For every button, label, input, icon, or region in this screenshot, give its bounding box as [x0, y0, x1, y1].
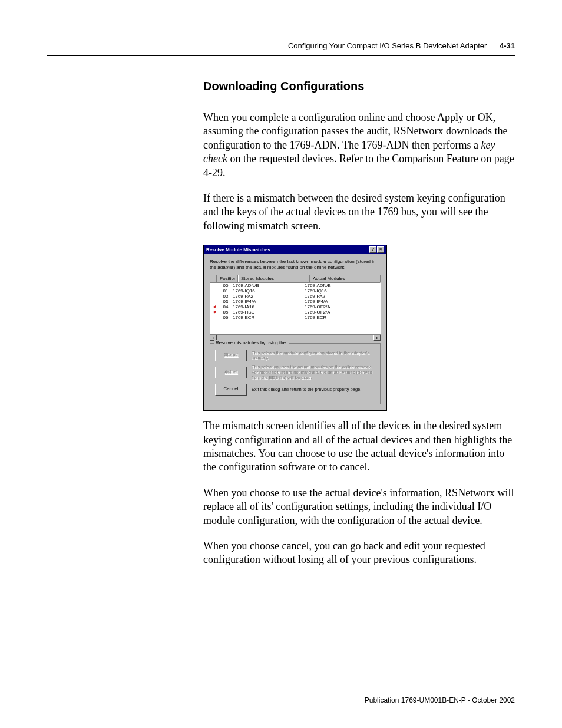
- section-heading: Downloading Configurations: [203, 80, 515, 93]
- cell-actual: 1769-IF4/A: [305, 299, 379, 304]
- cell-position: 06: [219, 315, 233, 320]
- para1-part-b: on the requested devices. Refer to the C…: [203, 153, 514, 178]
- help-icon[interactable]: ?: [369, 246, 376, 253]
- actual-desc: This selection uses the actual modules o…: [252, 365, 375, 380]
- cell-position: 04: [219, 304, 233, 309]
- cell-position: 01: [219, 288, 233, 294]
- scroll-right-icon[interactable]: ▸: [373, 335, 381, 341]
- body-para-2: If there is a mismatch between the desir…: [203, 192, 515, 233]
- col-stored: Stored Modules: [238, 275, 310, 282]
- cell-stored: 1769-HSC: [233, 309, 305, 315]
- body-para-3: The mismatch screen identifies all of th…: [203, 419, 515, 475]
- mismatch-mark: [211, 294, 219, 299]
- mismatch-mark: ≠: [211, 304, 219, 309]
- stored-button[interactable]: Stored: [215, 350, 247, 361]
- mismatch-mark: ≠: [211, 309, 219, 315]
- dialog-titlebar: Resolve Module Mismatches ? ×: [204, 245, 386, 254]
- cell-position: 05: [219, 309, 233, 315]
- cell-stored: 1769-IA16: [233, 304, 305, 309]
- module-table: Position Stored Modules Actual Modules 0…: [210, 275, 381, 341]
- cell-actual: 1769-PA2: [305, 294, 379, 299]
- dialog-intro: Resolve the differences between the last…: [210, 259, 381, 270]
- body-para-4: When you choose to use the actual device…: [203, 486, 515, 528]
- body-para-1: When you complete a configuration online…: [203, 111, 515, 180]
- mismatch-mark: [211, 299, 219, 304]
- cell-actual: 1769-OF2/A: [305, 309, 379, 315]
- table-row: 001769-ADN/B1769-ADN/B: [210, 283, 380, 288]
- cell-stored: 1769-PA2: [233, 294, 305, 299]
- cancel-desc: Exit this dialog and return to the previ…: [252, 387, 375, 393]
- page-number: 4-31: [500, 41, 515, 50]
- cell-actual: 1769-IQ16: [305, 288, 379, 294]
- cell-position: 03: [219, 299, 233, 304]
- group-label: Resolve mismatches by using the:: [214, 340, 289, 345]
- mismatch-mark: [211, 315, 219, 320]
- col-mark: [210, 275, 217, 282]
- dialog-title: Resolve Module Mismatches: [206, 247, 270, 252]
- resolve-group: Resolve mismatches by using the: Stored …: [210, 343, 381, 404]
- mismatch-mark: [211, 283, 219, 288]
- col-actual: Actual Modules: [310, 275, 381, 282]
- mismatch-dialog: Resolve Module Mismatches ? × Resolve th…: [203, 245, 387, 411]
- para1-part-a: When you complete a configuration online…: [203, 111, 507, 151]
- col-position: Position: [217, 275, 238, 282]
- body-para-5: When you choose cancel, you can go back …: [203, 539, 515, 567]
- running-header: Configuring Your Compact I/O Series B De…: [47, 41, 515, 50]
- actual-button[interactable]: Actual: [215, 367, 247, 378]
- table-row: 031769-IF4/A1769-IF4/A: [210, 299, 380, 304]
- cell-position: 02: [219, 294, 233, 299]
- cell-actual: 1769-ECR: [305, 315, 379, 320]
- table-row: ≠051769-HSC1769-OF2/A: [210, 309, 380, 315]
- close-icon[interactable]: ×: [377, 246, 384, 253]
- cell-position: 00: [219, 283, 233, 288]
- cell-stored: 1769-ADN/B: [233, 283, 305, 288]
- cell-actual: 1769-ADN/B: [305, 283, 379, 288]
- footer-publication: Publication 1769-UM001B-EN-P - October 2…: [365, 696, 515, 704]
- cell-stored: 1769-ECR: [233, 315, 305, 320]
- header-rule: [47, 55, 515, 56]
- cell-actual: 1769-OF2/A: [305, 304, 379, 309]
- stored-desc: This selects the module configuration st…: [252, 351, 375, 361]
- table-row: 021769-PA21769-PA2: [210, 294, 380, 299]
- header-text: Configuring Your Compact I/O Series B De…: [288, 41, 487, 50]
- cell-stored: 1769-IF4/A: [233, 299, 305, 304]
- cancel-button[interactable]: Cancel: [215, 384, 247, 396]
- table-row: 011769-IQ161769-IQ16: [210, 288, 380, 294]
- table-row: 061769-ECR1769-ECR: [210, 315, 380, 320]
- table-row: ≠041769-IA161769-OF2/A: [210, 304, 380, 309]
- cell-stored: 1769-IQ16: [233, 288, 305, 294]
- mismatch-mark: [211, 288, 219, 294]
